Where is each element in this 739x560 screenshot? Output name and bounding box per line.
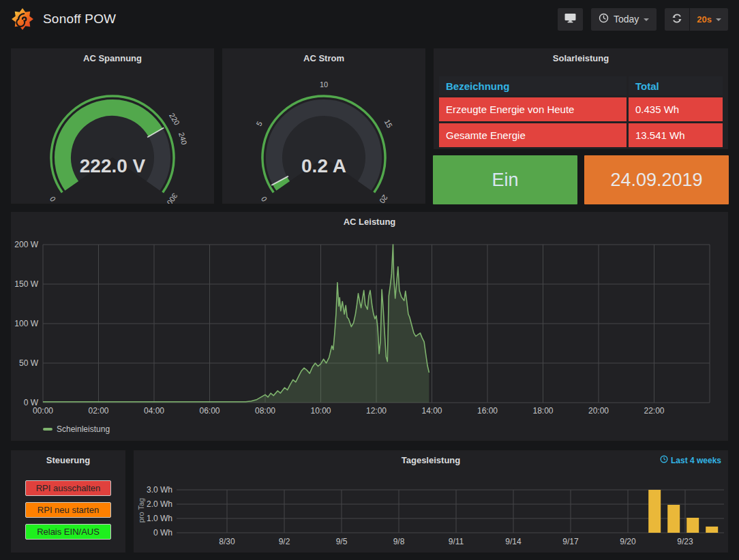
y-axis-tick-label: 50 W	[19, 358, 39, 368]
x-axis-tick-label: 18:00	[532, 406, 553, 416]
x-axis-tick-label: 02:00	[88, 406, 108, 416]
time-range-label: Today	[614, 14, 639, 25]
state-tile-ein[interactable]: Ein	[433, 155, 577, 204]
x-axis-tick-label: 06:00	[199, 406, 220, 416]
panel-ac-leistung: AC Leistung 0 W50 W100 W150 W200 W00:000…	[10, 211, 729, 441]
bar-9/22	[667, 505, 680, 533]
control-button-column: RPI ausschalten RPI neu starten Relais E…	[11, 480, 125, 540]
gauge-ac-strom: 051015200.2 A	[222, 67, 425, 204]
refresh-control: 20s	[665, 8, 728, 31]
x-axis-tick-label: 22:00	[644, 406, 664, 416]
legend-series-label[interactable]: Scheinleistung	[57, 424, 110, 434]
x-axis-tick-label: 04:00	[144, 406, 164, 416]
clock-icon	[660, 455, 668, 465]
chart-legend: Scheinleistung	[43, 424, 110, 434]
panel-tagesleistung: Tagesleistung Last 4 weeks pro Tag 0 Wh1…	[133, 450, 729, 553]
y-axis-tick-label: 1.0 Wh	[147, 514, 172, 523]
gauge-ac-spannung: 0220240300222.0 V	[11, 67, 214, 204]
x-axis-tick-label: 14:00	[421, 406, 442, 416]
panel-title-steuerung[interactable]: Steuerung	[11, 455, 125, 465]
panel-title-tagesleistung[interactable]: Tagesleistung	[134, 455, 728, 465]
table-header-row: Bezeichnung Total	[439, 76, 723, 95]
bar-9/24	[706, 527, 718, 533]
x-axis-tick-label: 9/14	[505, 537, 522, 546]
gauge-tick-label: 5	[254, 120, 263, 127]
table-row: Erzeugte Energie von Heute 0.435 Wh	[439, 97, 723, 121]
x-axis-tick-label: 9/8	[393, 537, 405, 546]
column-header-total[interactable]: Total	[629, 76, 723, 95]
panel-steuerung: Steuerung RPI ausschalten RPI neu starte…	[10, 450, 126, 553]
header-bar: Sonoff POW Today	[0, 0, 739, 38]
monitor-icon	[564, 13, 576, 25]
cell-row1-total: 13.541 Wh	[629, 123, 723, 147]
table-row: Gesamte Energie 13.541 Wh	[439, 123, 723, 147]
x-axis-tick-label: 20:00	[588, 406, 609, 416]
header-controls: Today 20s	[558, 8, 728, 31]
x-axis-tick-label: 12:00	[366, 406, 387, 416]
tagesleistung-chart: 0 Wh1.0 Wh2.0 Wh3.0 Wh8/309/29/59/89/119…	[134, 450, 728, 553]
panel-title-ac-strom[interactable]: AC Strom	[222, 53, 425, 63]
y-axis-tick-label: 200 W	[14, 240, 38, 249]
refresh-icon	[672, 13, 682, 26]
gauge-value-text: 222.0 V	[80, 155, 146, 176]
column-header-bezeichnung[interactable]: Bezeichnung	[439, 76, 627, 95]
x-axis-tick-label: 9/20	[620, 537, 636, 546]
refresh-button[interactable]	[665, 8, 689, 31]
panel-title-ac-leistung[interactable]: AC Leistung	[11, 217, 728, 227]
x-axis-tick-label: 9/11	[449, 537, 464, 546]
legend-color-swatch	[43, 428, 52, 431]
x-axis-tick-label: 9/23	[677, 537, 693, 546]
panel-title-ac-spannung[interactable]: AC Spannung	[11, 53, 214, 63]
y-axis-tick-label: 100 W	[14, 319, 38, 328]
x-axis-tick-label: 8/30	[219, 537, 235, 546]
time-range-button[interactable]: Today	[591, 8, 657, 31]
y-axis-label: pro Tag	[137, 486, 145, 534]
caret-down-icon	[716, 18, 721, 21]
panel-title-solarleistung[interactable]: Solarleistung	[434, 53, 728, 63]
caret-down-icon	[644, 18, 649, 21]
y-axis-tick-label: 2.0 Wh	[147, 499, 172, 509]
y-axis-tick-label: 150 W	[14, 279, 38, 289]
time-range-link[interactable]: Last 4 weeks	[660, 455, 721, 465]
button-relais-ein-aus[interactable]: Relais EIN/AUS	[25, 524, 111, 540]
panel-solarleistung: Solarleistung Bezeichnung Total Erzeugte…	[433, 48, 729, 150]
gauge-tick-label: 10	[320, 80, 328, 89]
dashboard-title: Sonoff POW	[43, 12, 116, 27]
x-axis-tick-label: 9/17	[562, 537, 579, 546]
x-axis-tick-label: 9/2	[279, 537, 290, 546]
x-axis-tick-label: 10:00	[310, 406, 331, 416]
gauge-tick-label: 300	[166, 191, 179, 204]
gauge-tick-label: 220	[168, 112, 181, 127]
bar-9/23	[687, 518, 699, 533]
refresh-interval-label: 20s	[697, 14, 712, 25]
button-rpi-ausschalten[interactable]: RPI ausschalten	[25, 480, 111, 496]
x-axis-tick-label: 16:00	[477, 406, 498, 416]
x-axis-tick-label: 00:00	[33, 406, 53, 416]
y-axis-tick-label: 0 Wh	[153, 528, 172, 538]
x-axis-tick-label: 08:00	[255, 406, 275, 416]
gauge-tick-label: 240	[177, 131, 188, 146]
date-tile[interactable]: 24.09.2019	[584, 155, 729, 204]
y-axis-tick-label: 3.0 Wh	[147, 485, 172, 495]
bar-9/21	[648, 490, 661, 533]
button-rpi-neu-starten[interactable]: RPI neu starten	[25, 502, 111, 518]
tv-mode-button[interactable]	[558, 8, 583, 31]
refresh-interval-button[interactable]: 20s	[690, 8, 728, 31]
ac-leistung-chart: 0 W50 W100 W150 W200 W00:0002:0004:0006:…	[11, 212, 728, 441]
panel-ac-strom: AC Strom 051015200.2 A	[222, 48, 426, 204]
gauge-value-arc	[280, 181, 284, 186]
clock-icon	[599, 13, 609, 25]
grafana-logo-icon[interactable]	[11, 7, 34, 31]
cell-row0-total: 0.435 Wh	[629, 97, 723, 121]
gauge-tick-label: 0	[48, 195, 57, 203]
panel-ac-spannung: AC Spannung 0220240300222.0 V	[10, 48, 215, 204]
cell-row0-name: Erzeugte Energie von Heute	[439, 97, 627, 121]
gauge-tick-label: 20	[378, 193, 389, 204]
gauge-value-text: 0.2 A	[301, 155, 346, 176]
x-axis-tick-label: 9/5	[336, 537, 348, 546]
cell-row1-name: Gesamte Energie	[439, 123, 627, 147]
gauge-tick-label: 15	[383, 118, 394, 129]
gauge-tick-label: 0	[260, 195, 269, 203]
solar-table: Bezeichnung Total Erzeugte Energie von H…	[437, 74, 725, 149]
time-range-link-label: Last 4 weeks	[671, 456, 721, 465]
